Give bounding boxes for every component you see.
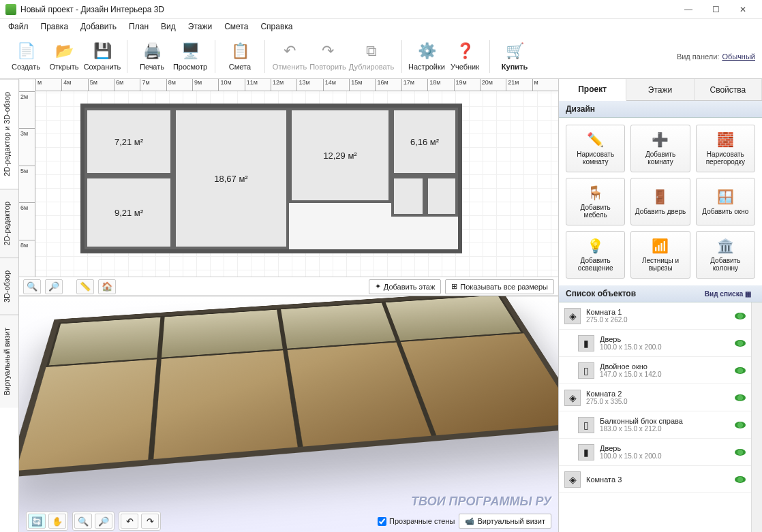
save-icon: 💾 xyxy=(93,42,112,61)
cart-icon: 🛒 xyxy=(505,42,524,61)
maximize-button[interactable]: ☐ xyxy=(702,1,729,18)
room-5[interactable]: 9,21 м² xyxy=(85,176,173,249)
wall-icon: 🧱 xyxy=(717,131,734,148)
tool-add-window[interactable]: 🪟Добавить окно xyxy=(696,178,755,225)
tool-add-furniture[interactable]: 🪑Добавить мебель xyxy=(566,178,625,225)
tab-3d[interactable]: 3D-обзор xyxy=(0,257,18,315)
object-icon: ◈ xyxy=(564,390,581,406)
zoom-out-3d[interactable]: 🔍 xyxy=(74,514,92,529)
visibility-toggle[interactable] xyxy=(735,476,746,483)
list-icon[interactable]: ▦ xyxy=(745,290,751,298)
room-1[interactable]: 7,21 м² xyxy=(85,108,173,176)
menu-file[interactable]: Файл xyxy=(3,20,34,33)
floor-plan[interactable]: 7,21 м² 18,67 м² 12,29 м² 6,16 м² 9,21 м… xyxy=(80,104,462,253)
menu-plan[interactable]: План xyxy=(123,20,154,33)
tool-draw-partition[interactable]: 🧱Нарисовать перегородку xyxy=(696,125,755,172)
show-dims-button[interactable]: ⊞Показывать все размеры xyxy=(445,279,554,294)
tab-properties[interactable]: Свойства xyxy=(695,79,762,100)
object-row[interactable]: ◈Комната 2275.0 x 335.0 xyxy=(559,384,751,411)
preview-button[interactable]: 🖥️Просмотр xyxy=(171,37,209,76)
menu-edit[interactable]: Правка xyxy=(35,20,74,33)
tab-2d-3d[interactable]: 2D-редактор и 3D-обзор xyxy=(0,79,18,189)
visibility-toggle[interactable] xyxy=(735,313,746,319)
panel-mode-link[interactable]: Обычный xyxy=(722,52,755,61)
canvas-2d[interactable]: м4м5м6м7м8м9м10м11м12м13м14м15м16м17м18м… xyxy=(19,79,558,296)
list-view-link[interactable]: Вид списка xyxy=(705,290,743,298)
tool-stairs[interactable]: 📶Лестницы и вырезы xyxy=(630,231,690,279)
scrollbar[interactable] xyxy=(751,302,762,532)
rotate-left[interactable]: ↶ xyxy=(121,514,138,529)
object-row[interactable]: ◈Комната 1275.0 x 262.0 xyxy=(559,302,751,330)
add-floor-button[interactable]: ✦Добавить этаж xyxy=(369,279,441,294)
pan-button[interactable]: ✋ xyxy=(48,514,66,529)
object-row[interactable]: ▮Дверь100.0 x 15.0 x 200.0 xyxy=(559,330,751,357)
menu-help[interactable]: Справка xyxy=(255,20,298,33)
zoom-out-button[interactable]: 🔍 xyxy=(23,279,41,294)
tab-project[interactable]: Проект xyxy=(559,79,626,101)
tool-draw-room[interactable]: ✏️Нарисовать комнату xyxy=(566,125,625,172)
canvas-3d[interactable]: ТВОИ ПРОГРАММЫ РУ 🔄 ✋ 🔍 🔎 ↶ ↷ Прозрачные… xyxy=(19,296,558,532)
menu-estimate[interactable]: Смета xyxy=(219,20,254,33)
model-3d[interactable] xyxy=(19,296,558,478)
object-icon: ▮ xyxy=(578,444,594,460)
room-4[interactable]: 6,16 м² xyxy=(391,108,458,176)
pencil-icon: ✏️ xyxy=(587,131,604,148)
panel-mode-label: Вид панели:Обычный xyxy=(677,52,755,61)
visibility-toggle[interactable] xyxy=(735,449,746,456)
ruler-vertical: 2м3м5м6м8м xyxy=(19,91,35,277)
object-icon: ◈ xyxy=(564,471,581,488)
room-small-2[interactable] xyxy=(425,176,458,217)
open-button[interactable]: 📂Открыть xyxy=(45,37,83,76)
tab-floors[interactable]: Этажи xyxy=(626,79,694,100)
menu-floors[interactable]: Этажи xyxy=(183,20,217,33)
object-row[interactable]: ▯Двойное окно147.0 x 15.0 x 142.0 xyxy=(559,357,751,384)
print-button[interactable]: 🖨️Печать xyxy=(133,37,171,76)
bulb-icon: 💡 xyxy=(587,238,604,254)
measure-button[interactable]: 📏 xyxy=(76,279,94,294)
virtual-visit-button[interactable]: 📹Виртуальный визит xyxy=(459,514,551,529)
visibility-toggle[interactable] xyxy=(735,422,746,428)
zoom-in-button[interactable]: 🔎 xyxy=(45,279,63,294)
room-3[interactable]: 12,29 м² xyxy=(289,108,391,203)
object-row[interactable]: ◈Комната 3 xyxy=(559,466,751,493)
redo-button[interactable]: ↷Повторить xyxy=(309,37,347,76)
tool-add-column[interactable]: 🏛️Добавить колонну xyxy=(696,231,755,279)
tab-virtual[interactable]: Виртуальный визит xyxy=(0,315,18,408)
object-row[interactable]: ▮Дверь100.0 x 15.0 x 200.0 xyxy=(559,439,751,466)
home-button[interactable]: 🏠 xyxy=(98,279,116,294)
room-small-1[interactable] xyxy=(391,176,425,217)
rotate-right[interactable]: ↷ xyxy=(141,514,159,529)
buy-button[interactable]: 🛒Купить xyxy=(496,37,534,76)
object-row[interactable]: ▯Балконный блок справа183.0 x 15.0 x 212… xyxy=(559,411,751,439)
tool-add-door[interactable]: 🚪Добавить дверь xyxy=(630,178,690,225)
zoom-in-3d[interactable]: 🔎 xyxy=(95,514,112,529)
menu-add[interactable]: Добавить xyxy=(75,20,122,33)
tutorial-button[interactable]: ❓Учебник xyxy=(446,37,484,76)
estimate-button[interactable]: 📋Смета xyxy=(221,37,259,76)
add-room-icon: ➕ xyxy=(652,131,669,148)
print-icon: 🖨️ xyxy=(142,42,162,61)
settings-button[interactable]: ⚙️Настройки xyxy=(408,37,446,76)
ruler-horizontal: м4м5м6м7м8м9м10м11м12м13м14м15м16м17м18м… xyxy=(35,79,558,91)
save-button[interactable]: 💾Сохранить xyxy=(83,37,121,76)
visibility-toggle[interactable] xyxy=(735,367,746,374)
app-icon xyxy=(5,4,16,15)
room-2[interactable]: 18,67 м² xyxy=(173,108,289,249)
undo-button[interactable]: ↶Отменить xyxy=(271,37,309,76)
main-toolbar: 📄Создать 📂Открыть 💾Сохранить 🖨️Печать 🖥️… xyxy=(0,34,762,79)
tool-add-light[interactable]: 💡Добавить освещение xyxy=(566,231,625,279)
menubar: Файл Правка Добавить План Вид Этажи Смет… xyxy=(0,19,762,34)
visibility-toggle[interactable] xyxy=(735,394,746,401)
create-button[interactable]: 📄Создать xyxy=(7,37,45,76)
minimize-button[interactable]: — xyxy=(675,1,702,18)
close-button[interactable]: ✕ xyxy=(729,1,757,18)
object-list[interactable]: ◈Комната 1275.0 x 262.0▮Дверь100.0 x 15.… xyxy=(559,302,751,532)
orbit-button[interactable]: 🔄 xyxy=(28,514,46,529)
right-panel: Проект Этажи Свойства Дизайн ✏️Нарисоват… xyxy=(559,79,762,532)
tool-add-room[interactable]: ➕Добавить комнату xyxy=(630,125,690,172)
transparent-walls-checkbox[interactable]: Прозрачные стены xyxy=(378,517,455,526)
visibility-toggle[interactable] xyxy=(735,340,746,347)
tab-2d[interactable]: 2D-редактор xyxy=(0,189,18,257)
duplicate-button[interactable]: ⧉Дублировать xyxy=(347,37,396,76)
menu-view[interactable]: Вид xyxy=(155,20,181,33)
